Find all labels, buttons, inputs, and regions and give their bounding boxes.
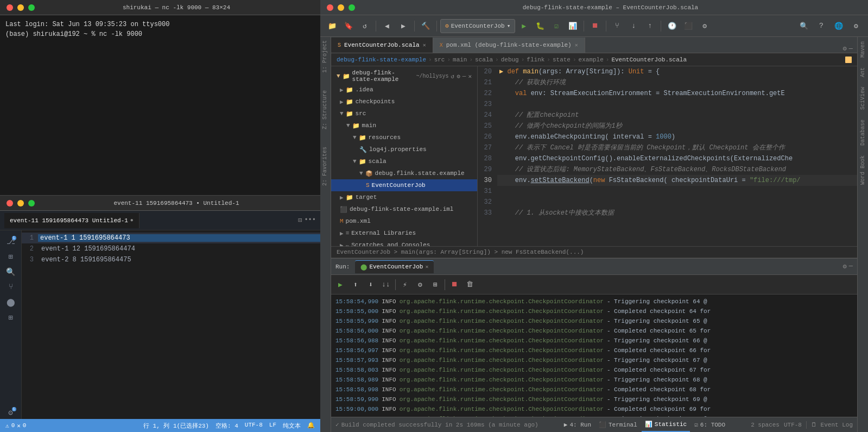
ft-close-icon[interactable]: ✕ (468, 73, 472, 80)
run-play-button[interactable]: ▶ (333, 278, 347, 292)
wordbook-strip[interactable]: Word Book (859, 153, 867, 187)
debug-icon[interactable]: ⬤ (4, 296, 17, 309)
run-scroll-down-button[interactable]: ⬇ (364, 278, 378, 292)
bc-flink[interactable]: flink (527, 57, 544, 63)
ide-tab-eventcounter[interactable]: S EventCounterJob.scala ✕ (331, 37, 433, 53)
ft-log4j[interactable]: 🔧 log4j.properties (331, 143, 477, 155)
ide-terminal-button[interactable]: ⬛ (681, 18, 696, 34)
ide-debug-button[interactable]: 🐛 (533, 18, 548, 34)
ant-strip[interactable]: Ant (859, 65, 867, 79)
editor-maximize-button[interactable] (28, 200, 35, 206)
search-icon[interactable]: 🔍 (4, 265, 17, 278)
ide-stop-button[interactable]: ⏹ (587, 18, 603, 34)
ide-project-icon[interactable]: 📁 (325, 18, 340, 34)
ft-settings-icon[interactable]: ⚙ (457, 73, 460, 80)
run-layout-button[interactable]: ⊞ (428, 278, 442, 292)
event-log-tab[interactable]: 🗒 Event Log (811, 421, 853, 428)
tab-settings-icon[interactable]: ⚙ (843, 45, 847, 53)
bc-example[interactable]: example (579, 57, 604, 63)
bc-state[interactable]: state (553, 57, 571, 63)
run-clear-button[interactable]: 🗑 (462, 278, 477, 292)
warnings-indicator[interactable]: ⚠ 0 ✕ 0 (5, 422, 26, 429)
ide-settings2-button[interactable]: ⚙ (848, 18, 864, 34)
ide-translate-button[interactable]: 🌐 (831, 18, 846, 34)
ft-iml[interactable]: ⬛ debug-flink-state-example.iml (331, 203, 477, 215)
database-strip[interactable]: Database (859, 117, 867, 148)
more-icon[interactable]: ••• (304, 216, 316, 224)
run-filter-button[interactable]: ⚡ (398, 278, 412, 292)
project-strip[interactable]: 1: Project (320, 37, 331, 76)
ide-history-button[interactable]: 🕐 (664, 18, 680, 34)
run-tab-eventcounter[interactable]: ⬤ EventCounterJob ✕ (355, 260, 434, 273)
run-scroll-end-button[interactable]: ↓↓ (379, 278, 393, 292)
close-button[interactable] (7, 4, 13, 11)
ft-target[interactable]: ▶ 📁 target (331, 191, 477, 203)
source-control-icon[interactable]: ⎇ 1 (4, 235, 17, 248)
run-scroll-up-button[interactable]: ⬆ (349, 278, 363, 292)
ide-settings-button[interactable]: ⚙ (697, 18, 712, 34)
minimize-button[interactable] (17, 4, 24, 11)
code-editor[interactable]: 20 ▶ def main(args: Array[String]): Unit… (478, 66, 857, 246)
bc-file[interactable]: EventCounterJob.scala (611, 57, 687, 63)
ide-run-button[interactable]: ▶ (516, 18, 531, 34)
ft-sync-icon[interactable]: ↺ (451, 73, 455, 80)
tab-close-2[interactable]: ✕ (575, 42, 578, 48)
settings-icon[interactable]: ⚙ 1 (4, 406, 17, 419)
run-bottom-tab-run[interactable]: ▶ 4: Run (561, 418, 594, 432)
editor-tab[interactable]: event-11 1591695864473 Untitled-1 ● (4, 213, 140, 228)
editor-minimize-button[interactable] (17, 200, 24, 206)
run-log-content[interactable]: 15:58:54,990 INFO org.apache.flink.runti… (331, 295, 857, 417)
ft-scratches[interactable]: ▶ ✏ Scratches and Consoles (331, 239, 477, 246)
ft-external-libs[interactable]: ▶ ≡ External Libraries (331, 227, 477, 239)
run-tab-close[interactable]: ✕ (425, 264, 428, 270)
ft-idea[interactable]: ▶ 📁 .idea (331, 84, 477, 96)
explorer-icon[interactable]: ⊞ (4, 250, 17, 263)
bc-debug[interactable]: debug (501, 57, 519, 63)
ide-sync-icon[interactable]: ↺ (357, 18, 372, 34)
ide-hammer-button[interactable]: 🔨 (418, 18, 433, 34)
ide-maximize-button[interactable] (349, 4, 355, 11)
ft-pom[interactable]: M pom.xml (331, 215, 477, 227)
ft-checkpoints[interactable]: ▶ 📁 checkpoints (331, 96, 477, 108)
ft-project-header[interactable]: ▼ 📁 debug-flink-state-example ~/hollysys… (331, 68, 477, 84)
ide-search-button[interactable]: 🔍 (796, 18, 812, 34)
bc-scala[interactable]: scala (475, 57, 493, 63)
tab-close-1[interactable]: ✕ (423, 42, 426, 48)
run-minimize-icon[interactable]: — (849, 262, 853, 271)
extensions-icon[interactable]: ⊞ (4, 311, 17, 324)
run-settings2-button[interactable]: ⚙ (413, 278, 427, 292)
git-icon[interactable]: ⑂ (4, 280, 17, 293)
bc-project[interactable]: debug-flink-state-example (337, 57, 426, 63)
sciview-strip[interactable]: SciView (859, 85, 867, 112)
structure-strip[interactable]: Z: Structure (320, 87, 331, 133)
bc-src[interactable]: src (434, 57, 445, 63)
ide-coverage-button[interactable]: ☑ (549, 18, 564, 34)
tab-minimize-icon[interactable]: — (849, 45, 853, 53)
line-area[interactable]: 1 event-1 1 1591695864473 2 event-1 12 1… (22, 230, 320, 419)
run-bottom-tab-statistic[interactable]: 📊 Statistic (642, 418, 690, 432)
run-settings-icon[interactable]: ⚙ (843, 262, 847, 271)
ft-package[interactable]: ▼ 📦 debug.flink.state.example (331, 167, 477, 179)
ft-main[interactable]: ▼ 📁 main (331, 120, 477, 132)
ft-resources[interactable]: ▼ 📁 resources (331, 132, 477, 143)
run-bottom-tab-todo[interactable]: ☑ 6: TODO (691, 418, 728, 432)
ide-forward-button[interactable]: ▶ (396, 18, 411, 34)
run-bottom-tab-terminal[interactable]: ⬛ Terminal (595, 418, 641, 432)
favorites-strip[interactable]: 2: Favorites (320, 143, 331, 189)
maximize-button[interactable] (28, 4, 35, 11)
ide-close-button[interactable] (327, 4, 333, 11)
ft-src[interactable]: ▼ 📁 src (331, 108, 477, 120)
ide-bookmark-icon[interactable]: 🔖 (341, 18, 356, 34)
ft-eventcounterjob[interactable]: S EventCounterJob (331, 179, 477, 191)
ide-vcs-button[interactable]: ⑂ (610, 18, 625, 34)
ide-profile-button[interactable]: 📊 (565, 18, 580, 34)
run-config-dropdown[interactable]: ⚙ EventCounterJob ▾ (440, 19, 515, 33)
bc-main[interactable]: main (453, 57, 467, 63)
ide-update-button[interactable]: ↓ (626, 18, 641, 34)
maven-strip[interactable]: Maven (859, 39, 867, 60)
split-icon[interactable]: ⊡ (298, 216, 302, 224)
ide-minimize-button[interactable] (338, 4, 344, 11)
ft-scala[interactable]: ▼ 📁 scala (331, 155, 477, 167)
ide-tab-pom[interactable]: X pom.xml (debug-flink-state-example) ✕ (433, 37, 585, 53)
ft-collapse-icon[interactable]: — (462, 73, 466, 80)
